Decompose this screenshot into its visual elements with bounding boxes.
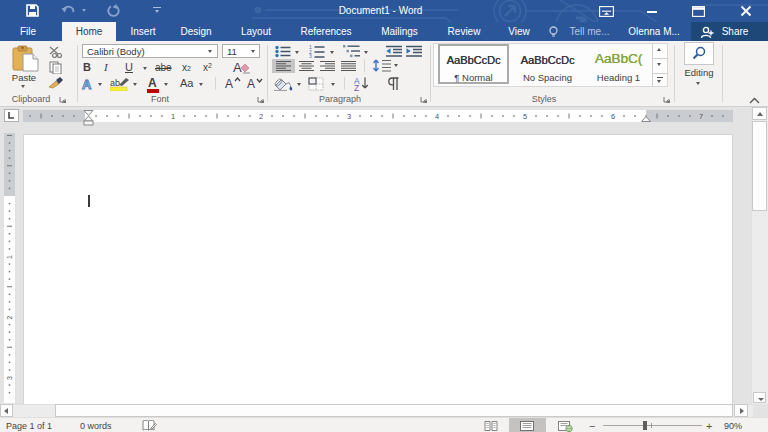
svg-text:Z: Z: [354, 83, 359, 91]
svg-text:3: 3: [309, 53, 312, 58]
svg-text:ab: ab: [110, 78, 120, 88]
svg-text:3: 3: [347, 112, 351, 121]
svg-text:6: 6: [611, 112, 615, 121]
svg-text:2: 2: [6, 315, 13, 319]
svg-text:2: 2: [259, 112, 263, 121]
svg-text:1: 1: [6, 255, 13, 259]
svg-text:7: 7: [699, 112, 703, 121]
svg-text:1: 1: [171, 112, 175, 121]
svg-text:A: A: [233, 60, 242, 74]
svg-text:3: 3: [6, 376, 13, 380]
svg-text:5: 5: [523, 112, 527, 121]
svg-text:A: A: [82, 77, 92, 90]
svg-text:4: 4: [435, 112, 439, 121]
